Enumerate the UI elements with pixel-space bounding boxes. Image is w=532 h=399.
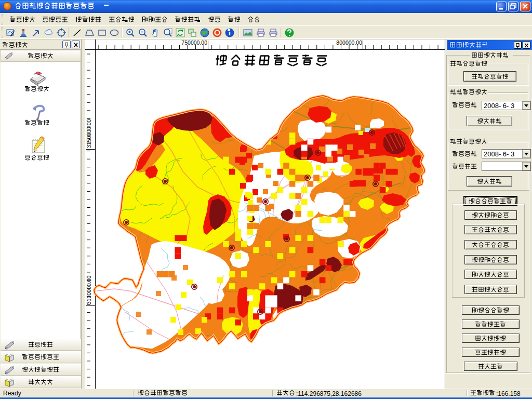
svg-text:800000.00: 800000.00 [336, 39, 362, 46]
svg-text:3150000.00: 3150000.00 [86, 119, 92, 148]
svg-text:3100000.00: 3100000.00 [86, 275, 92, 304]
svg-text:750000.00: 750000.00 [181, 39, 207, 46]
